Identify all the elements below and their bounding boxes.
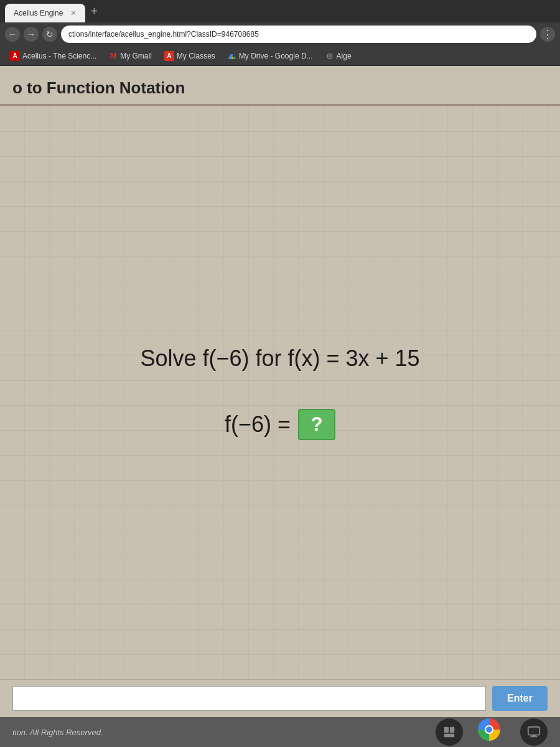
enter-button[interactable]: Enter [492,686,548,711]
math-question: Solve f(−6) for f(x) = 3x + 15 [140,345,419,372]
svg-rect-4 [531,735,536,736]
enter-button-label: Enter [507,693,533,703]
bookmark-alge-label: Alge [337,52,352,60]
address-text: ctions/interface/acellus_engine.html?Cla… [68,30,259,39]
taskbar-system-icon[interactable] [520,718,548,746]
page-title: o to Function Notation [12,78,185,97]
page-footer: tion. All Rights Reserved. [0,717,560,747]
svg-rect-0 [444,727,449,733]
bookmark-mydrive[interactable]: My Drive - Google D... [223,50,318,62]
input-area: Enter [0,679,560,717]
footer-text: tion. All Rights Reserved. [12,728,103,737]
taskbar-chrome-icon[interactable] [478,718,505,746]
svg-rect-1 [450,727,454,733]
menu-button[interactable]: ⋮ [540,27,555,42]
bookmark-myclasses[interactable]: A My Classes [159,50,220,62]
acellus-icon: A [10,51,20,61]
bookmark-gmail[interactable]: M My Gmail [104,50,157,62]
page-content: o to Function Notation Solve f(−6) for f… [0,66,560,717]
bookmarks-bar: A Acellus - The Scienc... M My Gmail A M… [0,46,560,66]
math-answer-prefix: f(−6) = [225,411,291,438]
svg-rect-2 [444,734,455,738]
gmail-icon: M [109,52,118,60]
answer-input[interactable] [12,686,486,711]
bookmark-acellus-label: Acellus - The Scienc... [22,52,96,60]
forward-button[interactable]: → [24,27,39,42]
answer-question-mark: ? [310,413,323,436]
bookmark-mydrive-label: My Drive - Google D... [239,52,313,60]
bookmark-myclasses-label: My Classes [177,52,215,60]
address-input[interactable]: ctions/interface/acellus_engine.html?Cla… [61,26,536,43]
taskbar-files-icon[interactable] [436,718,463,746]
tab-bar: Acellus Engine ✕ + [0,0,560,22]
bookmark-acellus[interactable]: A Acellus - The Scienc... [5,50,101,62]
bookmark-alge[interactable]: ◎ Alge [320,50,357,62]
tab-close-icon[interactable]: ✕ [70,9,77,17]
math-question-text: Solve f(−6) for f(x) = 3x + 15 [140,345,419,371]
math-answer-line: f(−6) = ? [225,409,335,440]
tab-label: Acellus Engine [14,9,63,17]
reload-button[interactable]: ↻ [42,27,57,42]
mydrive-icon [228,52,236,60]
active-tab[interactable]: Acellus Engine ✕ [5,4,85,22]
back-button[interactable]: ← [5,27,20,42]
address-bar-row: ← → ↻ ctions/interface/acellus_engine.ht… [0,22,560,46]
bookmark-gmail-label: My Gmail [120,52,152,60]
math-area: Solve f(−6) for f(x) = 3x + 15 f(−6) = ? [0,106,560,679]
svg-rect-3 [528,727,539,735]
alge-icon: ◎ [325,52,334,60]
myclasses-icon: A [164,51,174,61]
answer-placeholder-box: ? [298,409,335,440]
svg-rect-5 [531,736,538,737]
page-header: o to Function Notation [0,66,560,106]
new-tab-icon[interactable]: + [85,4,103,19]
